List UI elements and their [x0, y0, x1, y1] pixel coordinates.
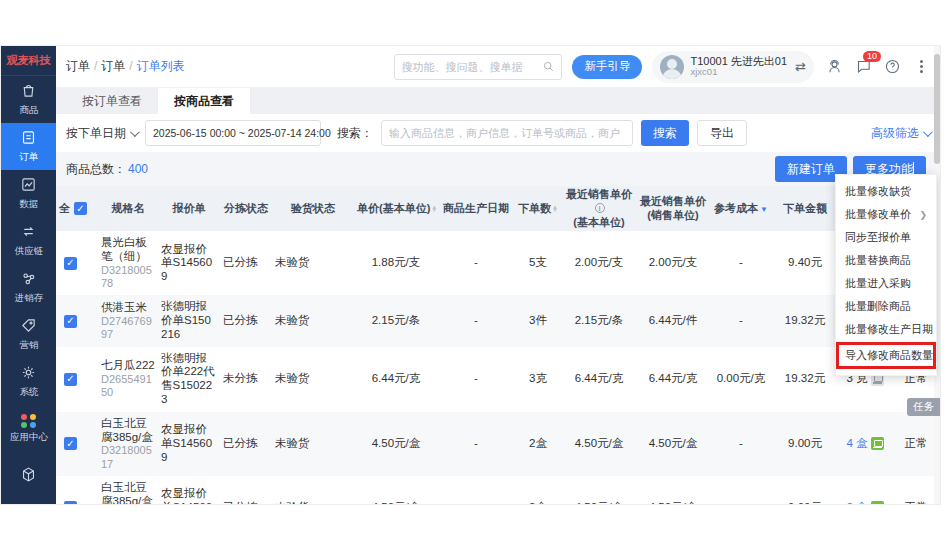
- select-all-checkbox[interactable]: ✓: [74, 202, 87, 215]
- column-header-label: 最近销售单价: [566, 188, 632, 200]
- sort-status-cell: 已分拣: [220, 496, 272, 505]
- quote-cell: 农显报价单S145609: [158, 418, 220, 469]
- menu-item-2[interactable]: 同步至报价单: [836, 226, 936, 249]
- quote-cell: 张德明报价单222代售S150223: [158, 347, 220, 412]
- spec-name: 七月瓜222: [101, 359, 155, 373]
- tab-1[interactable]: 按商品查看: [158, 88, 250, 114]
- task-badge[interactable]: 任务: [907, 398, 940, 416]
- menu-item-1[interactable]: 批量修改单价❯: [836, 203, 936, 226]
- scrollbar-thumb[interactable]: [934, 54, 940, 164]
- breadcrumb-item[interactable]: 订单: [66, 59, 90, 73]
- global-search[interactable]: [394, 54, 562, 80]
- sort-status-cell: 已分拣: [220, 432, 272, 456]
- customer-service-icon[interactable]: [825, 58, 843, 76]
- sort-icon[interactable]: ▲▼: [552, 206, 558, 212]
- sidebar-item-supply[interactable]: 供应链: [1, 217, 56, 264]
- out-qty-value[interactable]: 4 盒: [846, 437, 867, 451]
- row-checkbox[interactable]: ✓: [64, 501, 77, 505]
- menu-item-5[interactable]: 批量删除商品: [836, 295, 936, 318]
- tab-0[interactable]: 按订单查看: [66, 88, 158, 114]
- filter-sort-icon[interactable]: ▼: [760, 205, 768, 214]
- menu-item-7[interactable]: 导入修改商品数量: [836, 342, 936, 369]
- menu-item-6[interactable]: 批量修改生产日期: [836, 318, 936, 341]
- table-row: ✓供港玉米D274676997张德明报价单S150216已分拣未验货2.15元/…: [56, 295, 940, 346]
- ref-cost-cell: -: [710, 251, 772, 275]
- prod-date-cell: -: [438, 496, 514, 505]
- spec-name: 白玉北豆腐385g/盒: [101, 481, 155, 505]
- column-header-label: 验货状态: [291, 202, 335, 214]
- row-select-cell: ✓: [56, 496, 98, 505]
- unit-price-cell: 4.50元/盒: [354, 432, 438, 456]
- row-checkbox[interactable]: ✓: [64, 373, 77, 386]
- menu-item-label: 批量替换商品: [845, 253, 911, 268]
- sort-icon[interactable]: ▲▼: [431, 206, 437, 212]
- row-checkbox[interactable]: ✓: [64, 315, 77, 328]
- spec-name-cell: 供港玉米D274676997: [98, 296, 158, 346]
- prod-date-cell: -: [438, 367, 514, 391]
- weigh-icon[interactable]: [871, 437, 884, 450]
- spec-code: D274676997: [101, 315, 155, 341]
- filter-bar: 按下单日期 2025-06-15 00:00 ~ 2025-07-14 24:0…: [56, 114, 940, 152]
- global-search-input[interactable]: [401, 61, 538, 73]
- breadcrumb: 订单/订单/订单列表: [66, 58, 185, 75]
- order-qty-cell: 5支: [514, 251, 562, 275]
- sidebar-item-goods[interactable]: 商品: [1, 76, 56, 123]
- table-search-input[interactable]: [381, 120, 633, 146]
- sidebar-item-marketing[interactable]: 营销: [1, 311, 56, 358]
- sort-status-cell: 未分拣: [220, 367, 272, 391]
- help-icon[interactable]: [883, 58, 901, 76]
- row-checkbox[interactable]: ✓: [64, 437, 77, 450]
- total-value: 400: [128, 162, 148, 176]
- column-header-1: 报价单: [158, 200, 220, 218]
- order-qty-cell: 2盒: [514, 496, 562, 505]
- sidebar-item-cube[interactable]: [1, 452, 56, 499]
- sidebar-item-inventory[interactable]: 进销存: [1, 264, 56, 311]
- row-select-cell: ✓: [56, 432, 98, 456]
- sidebar-item-data[interactable]: 数据: [1, 170, 56, 217]
- messages-icon[interactable]: 10: [854, 58, 872, 76]
- spec-name-cell: 七月瓜222D265549150: [98, 354, 158, 404]
- menu-item-4[interactable]: 批量进入采购: [836, 272, 936, 295]
- user-pill[interactable]: T10001 先进先出01 xjxc01 ⇄: [652, 51, 814, 83]
- marketing-icon: [20, 317, 37, 336]
- menu-item-0[interactable]: 批量修改缺货: [836, 180, 936, 203]
- out-qty-cell: 2 盒: [838, 496, 892, 505]
- prod-date-cell: -: [438, 432, 514, 456]
- sidebar-item-system[interactable]: 系统: [1, 358, 56, 405]
- export-button[interactable]: 导出: [697, 120, 747, 146]
- column-header-label: 分拣状态: [224, 202, 268, 214]
- switch-account-icon[interactable]: ⇄: [795, 59, 806, 74]
- more-options-icon[interactable]: [912, 58, 930, 76]
- view-tabs: 按订单查看按商品查看: [56, 88, 940, 114]
- out-qty-value[interactable]: 2 盒: [846, 501, 867, 505]
- ref-cost-cell: 0.00元/克: [710, 367, 772, 391]
- sidebar-item-orders[interactable]: 订单: [1, 123, 56, 170]
- sidebar-item-label: 供应链: [14, 244, 43, 257]
- row-select-cell: ✓: [56, 367, 98, 391]
- column-header-2: 分拣状态: [220, 200, 272, 218]
- supply-chain-icon: [20, 223, 37, 242]
- amount-cell: 19.32元: [772, 367, 838, 391]
- sort-status-cell: 已分拣: [220, 309, 272, 333]
- amount-cell: 9.00元: [772, 496, 838, 505]
- bag-icon: [20, 82, 37, 101]
- advanced-filter-toggle[interactable]: 高级筛选: [871, 125, 930, 142]
- inspect-status-cell: 未验货: [272, 309, 354, 333]
- row-checkbox[interactable]: ✓: [64, 257, 77, 270]
- sidebar-item-label: 数据: [19, 197, 38, 210]
- guide-button[interactable]: 新手引导: [572, 55, 642, 79]
- info-icon[interactable]: i: [595, 203, 605, 213]
- search-button[interactable]: 搜索: [641, 120, 689, 146]
- submenu-arrow-icon: ❯: [919, 210, 927, 220]
- menu-item-3[interactable]: 批量替换商品: [836, 249, 936, 272]
- user-account: xjxc01: [690, 67, 787, 77]
- date-type-select[interactable]: 按下单日期: [66, 125, 137, 142]
- sidebar-item-appcenter[interactable]: 应用中心: [1, 405, 56, 452]
- date-range-input[interactable]: 2025-06-15 00:00 ~ 2025-07-14 24:00: [145, 120, 321, 146]
- breadcrumb-item[interactable]: 订单: [101, 59, 125, 73]
- recent-sale-price-cell: 6.44元/件: [636, 309, 710, 333]
- sidebar-item-label: 系统: [19, 385, 38, 398]
- gear-icon: [20, 364, 37, 383]
- weigh-icon[interactable]: [871, 501, 884, 505]
- quote-cell: 张德明报价单S150216: [158, 295, 220, 346]
